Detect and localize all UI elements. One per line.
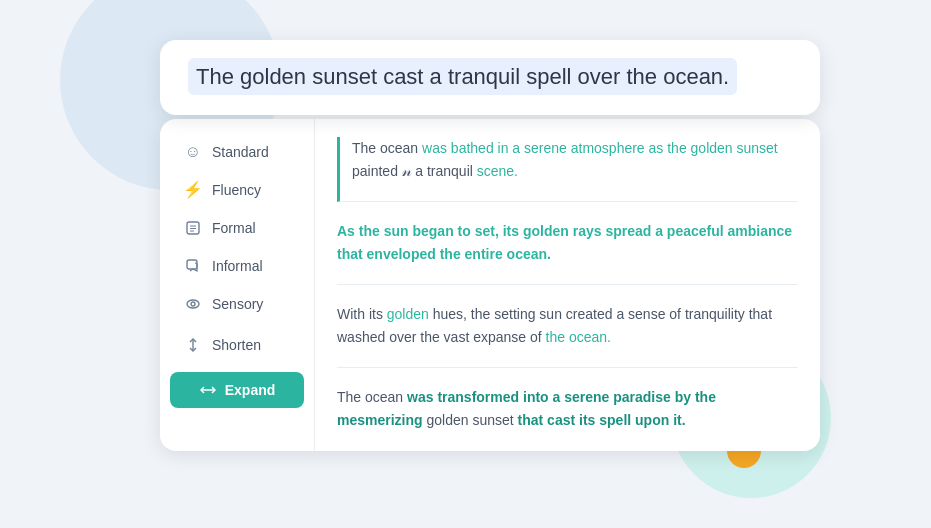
result-1-part-1: The ocean (352, 140, 422, 156)
shorten-icon (184, 336, 202, 354)
cursor-hand-icon: 𝓃 (398, 162, 411, 179)
result-4-part-1: The ocean (337, 389, 407, 405)
sensory-icon (184, 295, 202, 313)
svg-point-6 (191, 302, 195, 306)
expand-button-label: Expand (225, 382, 276, 398)
sidebar-item-label-shorten: Shorten (212, 337, 261, 353)
result-3-highlight-2: the ocean. (546, 329, 611, 345)
expand-icon (199, 381, 217, 399)
sidebar: ☺ Standard ⚡ Fluency Formal (160, 119, 315, 451)
sidebar-item-informal[interactable]: Informal (166, 248, 308, 284)
standard-icon: ☺ (184, 143, 202, 161)
input-text[interactable]: The golden sunset cast a tranquil spell … (188, 58, 737, 95)
fluency-icon: ⚡ (184, 181, 202, 199)
sidebar-item-formal[interactable]: Formal (166, 210, 308, 246)
expand-button[interactable]: Expand (170, 372, 304, 408)
sidebar-item-standard[interactable]: ☺ Standard (166, 134, 308, 170)
result-block-3: With its golden hues, the setting sun cr… (337, 303, 798, 368)
formal-icon (184, 219, 202, 237)
sidebar-item-sensory[interactable]: Sensory (166, 286, 308, 322)
result-text-1: The ocean was bathed in a serene atmosph… (352, 137, 798, 183)
sidebar-item-label-fluency: Fluency (212, 182, 261, 198)
input-card: The golden sunset cast a tranquil spell … (160, 40, 820, 115)
result-3-part-1: With its (337, 306, 387, 322)
bottom-panel: ☺ Standard ⚡ Fluency Formal (160, 119, 820, 451)
sidebar-item-label-standard: Standard (212, 144, 269, 160)
sidebar-item-label-formal: Formal (212, 220, 256, 236)
sidebar-item-fluency[interactable]: ⚡ Fluency (166, 172, 308, 208)
svg-rect-4 (187, 260, 197, 269)
result-block-4: The ocean was transformed into a serene … (337, 386, 798, 432)
sidebar-item-label-informal: Informal (212, 258, 263, 274)
result-4-part-2: golden sunset (423, 412, 518, 428)
result-text-4: The ocean was transformed into a serene … (337, 386, 798, 432)
informal-icon (184, 257, 202, 275)
result-block-1: The ocean was bathed in a serene atmosph… (337, 137, 798, 202)
sidebar-item-shorten[interactable]: Shorten (166, 327, 308, 363)
result-1-part-3: a tranquil (411, 163, 476, 179)
result-block-2: As the sun began to set, its golden rays… (337, 220, 798, 285)
result-1-highlight-1: was bathed in a serene atmosphere as the… (422, 140, 778, 156)
main-container: The golden sunset cast a tranquil spell … (160, 40, 820, 451)
content-area: The ocean was bathed in a serene atmosph… (315, 119, 820, 451)
result-1-highlight-2: scene. (477, 163, 518, 179)
result-text-2: As the sun began to set, its golden rays… (337, 220, 798, 266)
result-1-part-2: painted (352, 163, 398, 179)
svg-point-5 (187, 300, 199, 308)
result-3-highlight-1: golden (387, 306, 429, 322)
result-4-highlight-2: that cast its spell upon it. (518, 412, 686, 428)
result-text-3: With its golden hues, the setting sun cr… (337, 303, 798, 349)
sidebar-item-label-sensory: Sensory (212, 296, 263, 312)
